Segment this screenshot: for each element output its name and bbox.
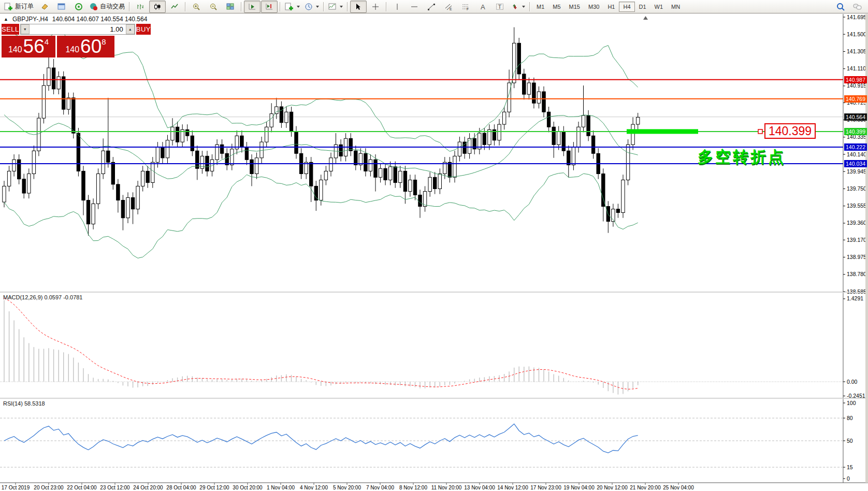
- timeframe-button-D1[interactable]: D1: [635, 2, 650, 12]
- candle-body: [186, 129, 189, 136]
- bar-chart-button[interactable]: [132, 1, 149, 13]
- caret-down-icon: [297, 6, 300, 8]
- timeframe-button-W1[interactable]: W1: [650, 2, 668, 12]
- fibonacci-retracement-icon: F: [461, 3, 470, 11]
- candle-body: [403, 171, 407, 191]
- price-badge: 140.399: [844, 128, 867, 135]
- ohlc-values: 140.604 140.607 140.554 140.564: [52, 16, 148, 23]
- vertical-line-icon: [393, 3, 401, 11]
- timeframe-button-H4[interactable]: H4: [619, 2, 634, 12]
- new-order-button[interactable]: 新订单: [2, 1, 36, 13]
- zoom-out-button[interactable]: [205, 1, 222, 13]
- time-axis-label: 14 Nov 12:00: [497, 485, 528, 490]
- macd-tick-label: 0.00: [847, 379, 858, 385]
- timeframe-button-M5[interactable]: M5: [548, 2, 565, 12]
- chart-shift-marker: [643, 16, 648, 20]
- cursor-icon: [354, 3, 363, 11]
- collapse-panel-icon[interactable]: ▲: [4, 17, 8, 22]
- candle-body: [621, 180, 625, 212]
- candle-body: [67, 98, 70, 109]
- rsi-tick-label: 50: [847, 438, 853, 444]
- candle-body: [27, 174, 31, 194]
- chart-window-button[interactable]: [53, 1, 70, 13]
- price-callout-box[interactable]: 140.399: [764, 123, 816, 139]
- trendline-button[interactable]: [423, 1, 440, 13]
- auto-trading-button[interactable]: 自动交易: [88, 1, 127, 13]
- chat-button[interactable]: [849, 1, 866, 13]
- chart-area: 141.695141.500141.305141.110140.915140.7…: [0, 14, 868, 491]
- signal-button[interactable]: [70, 1, 87, 13]
- crosshair-button[interactable]: [367, 1, 384, 13]
- price-tick-label: 141.500: [847, 31, 866, 37]
- price-tick-label: 139.945: [847, 168, 866, 175]
- candle-body: [57, 77, 60, 89]
- fibonacci-button[interactable]: F: [457, 1, 474, 13]
- tile-windows-button[interactable]: [222, 1, 239, 13]
- cursor-button[interactable]: [350, 1, 367, 13]
- horizontal-line-button[interactable]: [406, 1, 423, 13]
- candle-body: [458, 142, 461, 156]
- candlestick-chart-button[interactable]: [149, 1, 166, 13]
- candle-body: [438, 174, 441, 189]
- sell-price-button[interactable]: 140 56 4: [2, 36, 55, 57]
- search-button[interactable]: [832, 1, 849, 13]
- price-tick-label: 138.975: [847, 254, 866, 260]
- volume-input[interactable]: [30, 24, 126, 34]
- scrollbar-strip[interactable]: [865, 14, 868, 483]
- candle-body: [498, 124, 501, 140]
- buy-price-pip: 8: [102, 37, 106, 46]
- candle-body: [22, 179, 25, 193]
- chart-canvas[interactable]: 141.695141.500141.305141.110140.915140.7…: [0, 14, 868, 491]
- equidistant-channel-button[interactable]: E: [440, 1, 457, 13]
- sell-price-pip: 4: [45, 37, 49, 46]
- chart-shift-icon: [265, 3, 273, 11]
- macd-tick-label: 1.4291: [847, 295, 863, 301]
- chart-shift-button[interactable]: [261, 1, 278, 13]
- candle-body: [502, 112, 505, 124]
- buy-price-main: 60: [80, 36, 102, 57]
- time-axis-label: 17 Nov 23:00: [530, 485, 561, 490]
- auto-scroll-button[interactable]: [244, 1, 261, 13]
- arrows-dropdown[interactable]: [509, 1, 527, 13]
- periods-dropdown[interactable]: [302, 1, 321, 13]
- candle-body: [413, 180, 416, 195]
- text-label-button[interactable]: T: [491, 1, 508, 13]
- price-badge: 140.769: [844, 95, 867, 103]
- sell-button[interactable]: SELL: [2, 24, 19, 35]
- symbol-period-label: GBPJPY-,H4: [12, 16, 48, 23]
- buy-button[interactable]: BUY: [136, 24, 151, 35]
- candle-body: [577, 127, 580, 147]
- candle-body: [394, 167, 397, 183]
- timeframe-button-M30[interactable]: M30: [584, 2, 603, 12]
- candle-body: [151, 162, 154, 182]
- pivot-annotation[interactable]: 多空转折点: [698, 147, 786, 168]
- eraser-button[interactable]: [36, 1, 53, 13]
- candle-body: [191, 136, 194, 151]
- volume-decrease-button[interactable]: ▾: [21, 24, 30, 34]
- vertical-line-button[interactable]: [389, 1, 406, 13]
- candle-body: [146, 171, 149, 182]
- candle-body: [285, 112, 288, 123]
- timeframe-button-M1[interactable]: M1: [532, 2, 548, 12]
- text-button[interactable]: A: [474, 1, 491, 13]
- price-tick-label: 140.140: [847, 151, 866, 157]
- timeframe-button-H1[interactable]: H1: [603, 2, 619, 12]
- candle-body: [532, 83, 536, 103]
- candle-body: [52, 68, 55, 89]
- volume-increase-button[interactable]: ▴: [126, 24, 135, 34]
- timeframe-button-MN[interactable]: MN: [667, 2, 684, 12]
- sell-price-main: 56: [23, 36, 45, 57]
- price-tick-label: 139.555: [847, 203, 866, 209]
- indicator-list-dropdown[interactable]: [326, 1, 345, 13]
- time-axis-label: 17 Oct 2019: [2, 485, 30, 490]
- candle-body: [196, 151, 199, 168]
- add-indicator-dropdown[interactable]: [283, 1, 302, 13]
- eraser-icon: [40, 3, 49, 11]
- line-chart-button[interactable]: [166, 1, 183, 13]
- candle-body: [320, 180, 323, 200]
- timeframe-button-M15[interactable]: M15: [565, 2, 584, 12]
- zoom-in-button[interactable]: [188, 1, 205, 13]
- candle-body: [433, 177, 437, 189]
- price-badge: 140.222: [844, 143, 867, 151]
- buy-price-button[interactable]: 140 60 8: [57, 36, 114, 57]
